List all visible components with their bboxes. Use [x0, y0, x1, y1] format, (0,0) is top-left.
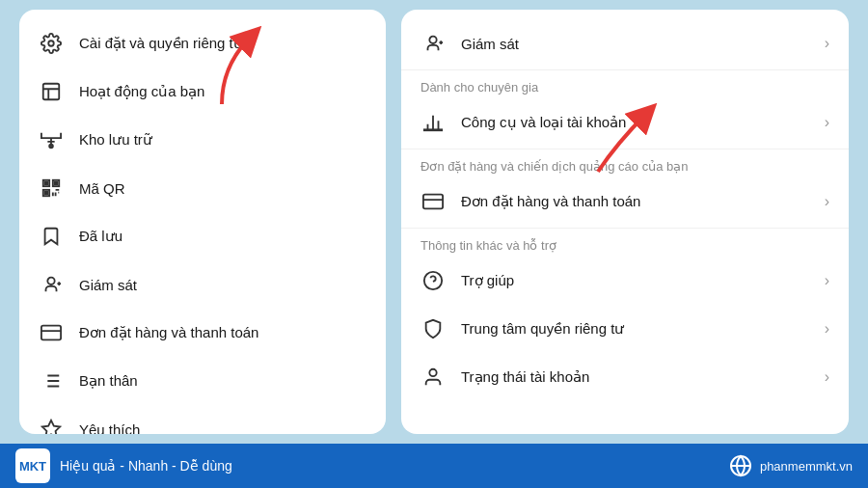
right-panel: Giám sát › Dành cho chuyên gia Công cụ v…: [401, 10, 849, 434]
right-item-trang-thai-left: Trạng thái tài khoản: [420, 365, 589, 390]
svg-marker-25: [42, 420, 60, 434]
don-dat-hang-label: Đơn đặt hàng và thanh toán: [461, 193, 640, 210]
svg-point-26: [429, 37, 436, 43]
svg-rect-6: [45, 182, 48, 185]
svg-rect-1: [43, 84, 60, 100]
chevron-right-icon: ›: [825, 35, 829, 52]
chevron-right2-icon: ›: [825, 114, 829, 131]
website-label: phanmemmkt.vn: [760, 459, 853, 474]
svg-rect-7: [55, 182, 58, 185]
right-item-giam-sat-left: Giám sát: [420, 31, 519, 56]
right-item-tro-giup-left: Trợ giúp: [420, 268, 514, 293]
right-item-giam-sat[interactable]: Giám sát ›: [401, 19, 849, 68]
globe-icon: [729, 454, 752, 477]
bottom-right: phanmemmkt.vn: [729, 454, 853, 477]
section4-header: Thông tin khác và hỗ trợ: [401, 230, 849, 257]
storage-icon: [39, 127, 64, 152]
star-icon: [39, 417, 64, 434]
right-item-cong-cu[interactable]: Công cụ và loại tài khoản ›: [401, 98, 849, 147]
menu-item-storage[interactable]: Kho lưu trữ: [19, 116, 386, 164]
bottom-tagline: Hiệu quả - Nhanh - Dễ dùng: [60, 458, 232, 474]
divider1: [401, 69, 849, 70]
storage-label: Kho lưu trữ: [79, 131, 152, 149]
orders-label: Đơn đặt hàng và thanh toán: [79, 324, 258, 341]
bottom-bar: MKT Hiệu quả - Nhanh - Dễ dùng phanmemmk…: [0, 444, 868, 488]
qr-label: Mã QR: [79, 180, 125, 197]
svg-point-14: [47, 278, 54, 285]
tro-giup-label: Trợ giúp: [461, 272, 514, 289]
chevron-right5-icon: ›: [825, 320, 829, 338]
svg-rect-8: [45, 192, 48, 195]
activity-icon: [39, 79, 64, 104]
menu-item-friends[interactable]: Bạn thân: [19, 357, 386, 405]
menu-item-favorites[interactable]: Yêu thích: [19, 405, 386, 434]
settings-label: Cài đặt và quyền riêng tư: [79, 35, 243, 52]
mkt-logo: MKT: [15, 448, 50, 483]
menu-item-activity[interactable]: Hoạt động của bạn: [19, 68, 386, 116]
svg-point-37: [429, 369, 436, 376]
help-icon: [420, 268, 446, 293]
svg-rect-33: [423, 195, 443, 209]
chevron-right3-icon: ›: [825, 193, 829, 210]
svg-rect-32: [424, 129, 442, 130]
right-item-don-dat-hang[interactable]: Đơn đặt hàng và thanh toán ›: [401, 177, 849, 226]
section3-header: Đơn đặt hàng và chiến dịch quảng cáo của…: [401, 151, 849, 177]
card2-icon: [420, 189, 446, 214]
cong-cu-label: Công cụ và loại tài khoản: [461, 114, 626, 131]
right-item-trung-tam-left: Trung tâm quyền riêng tư: [420, 316, 624, 341]
person-icon: [420, 365, 446, 390]
menu-item-saved[interactable]: Đã lưu: [19, 212, 386, 260]
monitor-label: Giám sát: [79, 277, 137, 293]
bar-chart-icon: [420, 110, 446, 135]
menu-item-settings[interactable]: Cài đặt và quyền riêng tư: [19, 19, 386, 68]
shield-icon: [420, 316, 446, 341]
chevron-right4-icon: ›: [825, 272, 829, 289]
trang-thai-label: Trạng thái tài khoản: [461, 368, 589, 386]
right-item-don-dat-hang-left: Đơn đặt hàng và thanh toán: [420, 189, 640, 214]
menu-item-monitor[interactable]: Giám sát: [19, 260, 386, 309]
main-container: Cài đặt và quyền riêng tư Hoạt động của …: [0, 0, 868, 444]
divider2: [401, 149, 849, 149]
right-item-trang-thai[interactable]: Trạng thái tài khoản ›: [401, 353, 849, 401]
svg-point-0: [48, 41, 54, 46]
right-item-tro-giup[interactable]: Trợ giúp ›: [401, 257, 849, 305]
friends-label: Bạn thân: [79, 372, 138, 390]
right-item-trung-tam[interactable]: Trung tâm quyền riêng tư ›: [401, 305, 849, 353]
trung-tam-label: Trung tâm quyền riêng tư: [461, 320, 624, 338]
left-panel: Cài đặt và quyền riêng tư Hoạt động của …: [19, 10, 386, 434]
svg-rect-17: [41, 326, 61, 340]
divider3: [401, 228, 849, 229]
section2-header: Dành cho chuyên gia: [401, 72, 849, 98]
favorites-label: Yêu thích: [79, 421, 140, 435]
chevron-right6-icon: ›: [825, 368, 829, 386]
menu-item-qr[interactable]: Mã QR: [19, 164, 386, 212]
qr-icon: [39, 176, 64, 201]
card-icon: [39, 320, 64, 345]
monitor-icon: [39, 272, 64, 297]
monitor2-icon: [420, 31, 446, 56]
bottom-left: MKT Hiệu quả - Nhanh - Dễ dùng: [15, 448, 232, 483]
bookmark-icon: [39, 224, 64, 249]
right-item-cong-cu-left: Công cụ và loại tài khoản: [420, 110, 626, 135]
menu-item-orders[interactable]: Đơn đặt hàng và thanh toán: [19, 309, 386, 357]
giam-sat-label: Giám sát: [461, 36, 519, 52]
friends-icon: [39, 368, 64, 393]
activity-label: Hoạt động của bạn: [79, 83, 204, 100]
saved-label: Đã lưu: [79, 228, 122, 245]
gear-icon: [39, 31, 64, 56]
